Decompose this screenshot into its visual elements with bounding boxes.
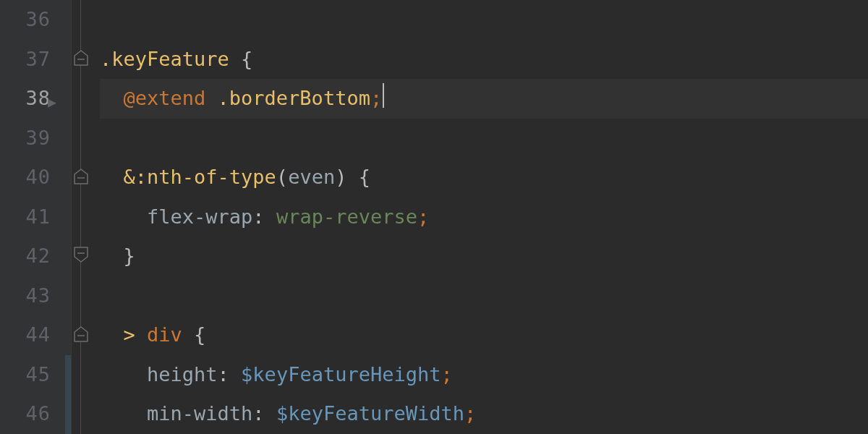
semicolon: ; <box>464 402 476 425</box>
fold-toggle-icon[interactable] <box>74 169 88 184</box>
fold-toggle-icon[interactable] <box>74 51 88 65</box>
code-line[interactable]: height: $keyFeatureHeight; <box>100 355 868 395</box>
extend-target: .borderBottom <box>218 87 370 109</box>
code-line-current[interactable]: @extend .borderBottom; <box>100 79 868 119</box>
colon: : <box>252 205 264 228</box>
line-number-gutter[interactable]: 36 37 38 39 40 41 42 43 44 45 46 ▶ <box>0 0 71 434</box>
code-line[interactable]: min-width: $keyFeatureWidth; <box>100 394 868 434</box>
selector: .keyFeature <box>100 48 229 70</box>
code-line[interactable]: &:nth-of-type(even) { <box>100 158 868 197</box>
code-line[interactable]: } <box>100 237 868 276</box>
css-value: wrap-reverse <box>276 205 417 228</box>
line-number-current[interactable]: 38 <box>0 79 51 119</box>
scss-variable: $keyFeatureWidth <box>276 402 464 425</box>
line-number[interactable]: 45 <box>0 355 51 395</box>
code-area[interactable]: .keyFeature { @extend .borderBottom; &:n… <box>100 0 868 434</box>
line-number[interactable]: 39 <box>0 119 51 158</box>
fold-toggle-icon[interactable] <box>74 327 88 341</box>
brace-open: { <box>359 166 370 188</box>
css-property: flex-wrap <box>147 205 252 228</box>
line-number[interactable]: 43 <box>0 276 51 316</box>
paren-open: ( <box>276 166 288 188</box>
line-number[interactable]: 41 <box>0 197 51 237</box>
code-line[interactable] <box>100 119 868 158</box>
line-number[interactable]: 42 <box>0 237 51 276</box>
css-property: min-width <box>147 402 252 425</box>
code-line[interactable] <box>100 0 868 40</box>
at-rule: @extend <box>124 87 206 109</box>
code-line[interactable] <box>100 276 868 316</box>
brace-open: { <box>194 323 205 346</box>
combinator: > <box>124 323 135 346</box>
line-number[interactable]: 36 <box>0 0 51 40</box>
semicolon: ; <box>441 363 452 386</box>
code-line[interactable]: > div { <box>100 315 868 355</box>
scss-variable: $keyFeatureHeight <box>241 363 441 386</box>
line-number[interactable]: 44 <box>0 315 51 355</box>
brace-close: } <box>124 244 135 267</box>
fold-close-icon[interactable] <box>74 247 88 262</box>
semicolon: ; <box>370 87 382 109</box>
line-number[interactable]: 37 <box>0 40 51 80</box>
pseudo-class: :nth-of-type <box>135 166 276 188</box>
semicolon: ; <box>417 205 429 228</box>
text-cursor <box>383 83 384 108</box>
fold-column <box>71 0 100 434</box>
code-line[interactable]: flex-wrap: wrap-reverse; <box>100 197 868 237</box>
colon: : <box>252 402 264 425</box>
gutter-arrow-icon[interactable]: ▶ <box>48 82 57 122</box>
paren-close: ) <box>335 166 346 188</box>
brace-open: { <box>241 48 252 70</box>
pseudo-arg: even <box>288 166 335 188</box>
code-line[interactable]: .keyFeature { <box>100 40 868 80</box>
line-number[interactable]: 40 <box>0 158 51 197</box>
colon: : <box>218 363 229 386</box>
css-property: height <box>147 363 218 386</box>
code-editor: 36 37 38 39 40 41 42 43 44 45 46 ▶ .keyF… <box>0 0 868 434</box>
line-number[interactable]: 46 <box>0 394 51 434</box>
parent-selector: & <box>124 166 135 188</box>
tag-selector: div <box>147 323 182 346</box>
vcs-change-marker[interactable] <box>65 355 71 434</box>
